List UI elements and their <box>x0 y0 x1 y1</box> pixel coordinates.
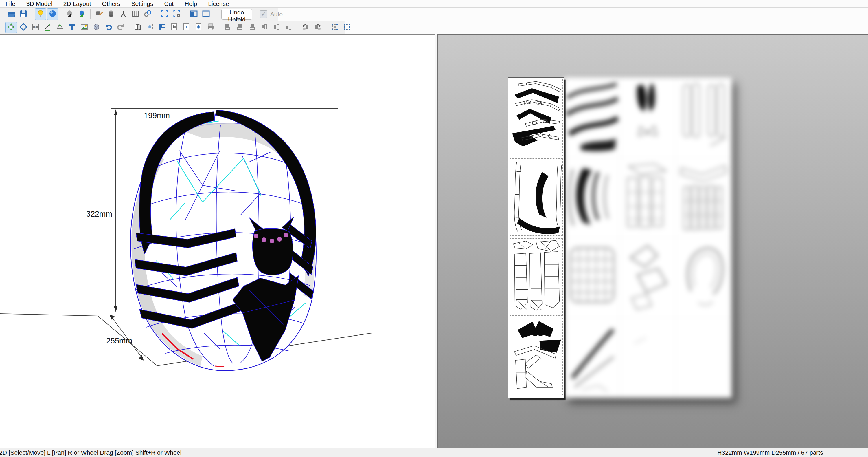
both-windows-button[interactable] <box>188 8 199 20</box>
image-icon <box>80 23 88 32</box>
insert-image-button[interactable] <box>79 22 90 33</box>
toolbar-separator <box>61 9 61 19</box>
ungroup-parts-icon <box>343 23 351 32</box>
rotate-model-button[interactable] <box>64 8 75 20</box>
pattern-page-1[interactable] <box>509 79 563 156</box>
ungroup-parts-button[interactable] <box>341 22 353 33</box>
save-icon <box>20 9 28 19</box>
align-right-button[interactable] <box>246 22 258 33</box>
save-file-button[interactable] <box>18 8 29 20</box>
menu-item-2d-layout[interactable]: 2D Layout <box>58 0 97 7</box>
edit-solid-button[interactable] <box>93 8 105 20</box>
redo-button[interactable] <box>115 22 126 33</box>
toolbar-grip[interactable] <box>3 9 3 19</box>
page-numbers-button[interactable] <box>168 22 180 33</box>
group-parts-button[interactable] <box>329 22 341 33</box>
arrange-icon <box>158 23 166 32</box>
pattern-page-2[interactable] <box>509 159 563 236</box>
align-top-icon <box>260 23 268 32</box>
viewport-3d-model[interactable]: 199mm 322mm 255mm <box>0 34 435 448</box>
align-middle-button[interactable] <box>271 22 282 33</box>
rotate-model-free-button[interactable] <box>76 8 88 20</box>
solid-view-button[interactable] <box>105 8 117 20</box>
print-preview-button[interactable] <box>193 22 204 33</box>
viewport-2d-layout[interactable] <box>437 34 868 448</box>
menu-item-settings[interactable]: Settings <box>126 0 159 7</box>
toggle-material-button[interactable] <box>47 8 58 20</box>
menu-item-license[interactable]: License <box>203 0 235 7</box>
align-bottom-icon <box>284 23 292 32</box>
page-export-icon <box>182 23 190 32</box>
toolbar-2d <box>0 21 345 34</box>
edge-color-button[interactable] <box>42 22 54 33</box>
folder-open-icon <box>7 9 16 19</box>
menu-item-file[interactable]: File <box>0 0 21 7</box>
auto-unfold-checkbox-group[interactable]: ✓ Auto <box>260 10 283 18</box>
insert-text-button[interactable] <box>66 22 78 33</box>
pattern-page-4[interactable] <box>509 318 563 395</box>
group-parts-icon <box>331 23 339 32</box>
align-right-icon <box>248 23 256 32</box>
toolbar-separator <box>129 23 129 32</box>
pattern-pages-sharp-column[interactable] <box>508 78 564 398</box>
select-frame-icon <box>161 9 169 19</box>
select-options-button[interactable] <box>171 8 183 20</box>
toolbar-grip[interactable] <box>3 23 3 32</box>
undo-icon <box>104 23 113 32</box>
show-3d-button[interactable] <box>91 22 102 33</box>
undo-button[interactable] <box>103 22 114 33</box>
auto-checkbox-label: Auto <box>270 11 283 18</box>
model-dimensions-text: H322mm W199mm D255mm / 67 parts <box>682 449 859 456</box>
menu-item-help[interactable]: Help <box>179 0 203 7</box>
select-region-button[interactable] <box>159 8 170 20</box>
split-box-icon <box>131 9 140 19</box>
menu-item-cut[interactable]: Cut <box>159 0 179 7</box>
print-preview-icon <box>194 23 203 32</box>
select-move-icon <box>7 23 16 32</box>
align-bottom-button[interactable] <box>283 22 294 33</box>
mirror-parts-button[interactable] <box>132 22 144 33</box>
toolbar-separator <box>219 23 219 32</box>
dim-width-label: 199mm <box>144 111 170 120</box>
text-icon <box>68 23 76 32</box>
open-file-button[interactable] <box>5 8 17 20</box>
auto-arrange-button[interactable] <box>156 22 168 33</box>
select-frame-gear-icon <box>173 9 181 19</box>
select-all-parts-button[interactable] <box>144 22 156 33</box>
select-move-button[interactable] <box>5 22 17 33</box>
toggle-light-button[interactable] <box>35 8 46 20</box>
pattern-pages-blurred[interactable] <box>564 78 732 398</box>
divide-part-button[interactable] <box>30 22 41 33</box>
undo-unfold-button[interactable]: Undo Unfold <box>221 9 252 20</box>
align-top-button[interactable] <box>258 22 270 33</box>
panel-splitter[interactable] <box>435 34 437 448</box>
menu-item-3d-model[interactable]: 3D Model <box>21 0 58 7</box>
divide-box-button[interactable] <box>130 8 141 20</box>
rotate-left-icon <box>302 23 310 32</box>
edit-solid-icon <box>95 9 103 19</box>
dim-depth-label: 255mm <box>106 337 132 345</box>
joint-edges-button[interactable] <box>118 8 129 20</box>
menu-bar: File3D Model2D LayoutOthersSettingsCutHe… <box>0 0 868 7</box>
align-left-button[interactable] <box>222 22 234 33</box>
menu-item-others[interactable]: Others <box>96 0 126 7</box>
flap-icon <box>56 23 64 32</box>
single-window-button[interactable] <box>200 8 212 20</box>
toolbar-separator <box>297 23 297 32</box>
material-sphere-icon <box>49 9 57 19</box>
rotate-left-button[interactable] <box>300 22 311 33</box>
status-bar: 2D [Select/Move] L [Pan] R or Wheel Drag… <box>0 448 868 457</box>
link-icon <box>144 9 152 19</box>
export-page-button[interactable] <box>181 22 192 33</box>
pattern-page-3[interactable] <box>509 238 563 316</box>
align-center-button[interactable] <box>234 22 246 33</box>
print-button[interactable] <box>205 22 216 33</box>
rotate-model-green-icon <box>78 9 86 19</box>
link-faces-button[interactable] <box>142 8 153 20</box>
toolbar-separator <box>326 23 327 32</box>
edit-flap-button[interactable] <box>54 22 66 33</box>
rotate-part-button[interactable] <box>18 22 29 33</box>
rotate-right-button[interactable] <box>312 22 323 33</box>
toolbar-separator <box>32 9 32 19</box>
auto-checkbox[interactable]: ✓ <box>260 10 267 18</box>
